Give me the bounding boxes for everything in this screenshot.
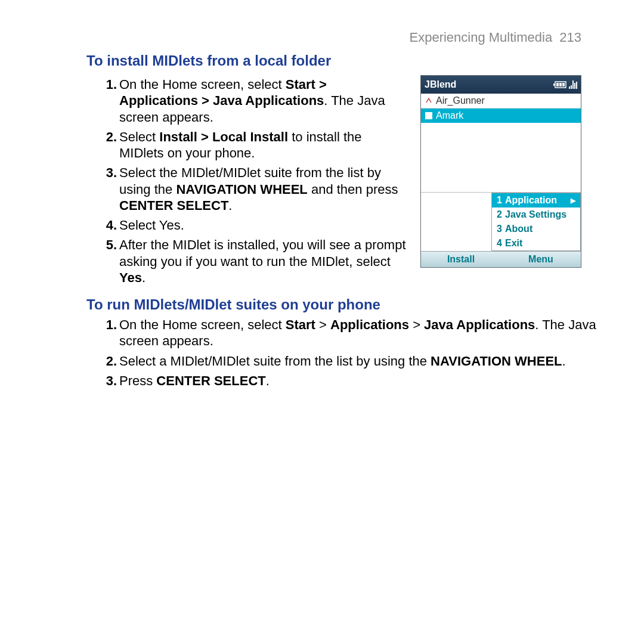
step-item: 5.After the MIDlet is installed, you wil… — [119, 237, 408, 286]
phone-app-list: Air_GunnerAmark — [421, 94, 581, 193]
step-text: Select — [119, 129, 159, 144]
phone-app-row[interactable]: Air_Gunner — [421, 94, 581, 108]
phone-screenshot: JBlend Air_GunnerAmark 1 Application▶2 J… — [420, 75, 581, 268]
java-app-icon — [425, 112, 433, 120]
phone-popup-menu: 1 Application▶2 Java Settings3 About4 Ex… — [491, 193, 581, 251]
step-text: . — [228, 198, 232, 213]
step-number: 3. — [99, 165, 117, 181]
step-text: Yes — [119, 270, 142, 285]
softkey-left[interactable]: Install — [421, 252, 501, 267]
step-text: > — [315, 317, 330, 332]
menu-item-number: 3 — [497, 224, 505, 234]
svg-rect-5 — [572, 80, 574, 84]
svg-rect-4 — [562, 83, 565, 86]
heading-install-local: To install MIDlets from a local folder — [86, 52, 614, 69]
phone-menu-item[interactable]: 1 Application▶ — [492, 193, 580, 208]
softkey-right[interactable]: Menu — [501, 252, 581, 267]
svg-rect-6 — [569, 86, 570, 89]
heading-run-midlets: To run MIDlets/MIDlet suites on your pho… — [86, 296, 614, 313]
svg-rect-2 — [556, 83, 559, 86]
step-text: Start — [286, 317, 315, 332]
phone-app-name: Amark — [436, 110, 463, 121]
step-text: On the Home screen, select — [119, 77, 286, 92]
menu-item-label: Application — [505, 195, 557, 206]
svg-rect-3 — [559, 83, 562, 86]
battery-icon — [553, 81, 566, 88]
step-text: After the MIDlet is installed, you will … — [119, 237, 406, 268]
manual-page: Experiencing Multimedia 213 To install M… — [0, 0, 644, 644]
step-number: 5. — [99, 237, 117, 253]
step-item: 1.On the Home screen, select Start > App… — [119, 76, 408, 125]
step-number: 1. — [99, 317, 117, 333]
step-text: > — [409, 317, 424, 332]
step-text: CENTER SELECT — [119, 198, 228, 213]
menu-item-number: 2 — [497, 209, 505, 220]
phone-titlebar: JBlend — [421, 76, 581, 94]
signal-icon — [569, 80, 577, 89]
step-item: 4.Select Yes. — [119, 217, 408, 233]
phone-menu-item[interactable]: 4 Exit — [492, 236, 580, 250]
menu-item-label: Exit — [505, 238, 522, 249]
step-text: . — [562, 354, 566, 369]
step-item: 2.Select Install > Local Install to inst… — [119, 129, 408, 162]
running-header: Experiencing Multimedia 213 — [86, 30, 614, 45]
step-number: 2. — [99, 353, 117, 369]
step-text: NAVIGATION WHEEL — [176, 182, 307, 197]
step-text: Press — [119, 373, 156, 388]
svg-rect-10 — [576, 82, 577, 89]
phone-app-name: Air_Gunner — [436, 95, 485, 106]
status-icons — [553, 80, 577, 89]
run-steps-list: 1.On the Home screen, select Start > App… — [86, 317, 614, 389]
step-item: 3.Press CENTER SELECT. — [119, 373, 614, 389]
step-number: 2. — [99, 129, 117, 145]
submenu-arrow-icon: ▶ — [571, 197, 575, 205]
step-number: 3. — [99, 373, 117, 389]
phone-app-row[interactable]: Amark — [421, 108, 581, 123]
java-app-icon — [425, 97, 433, 105]
step-text: and then press — [308, 182, 398, 197]
step-number: 4. — [99, 217, 117, 233]
svg-rect-7 — [571, 85, 572, 89]
svg-rect-0 — [553, 83, 555, 86]
step-item: 2.Select a MIDlet/MIDlet suite from the … — [119, 353, 614, 369]
svg-rect-9 — [574, 83, 575, 89]
menu-item-number: 1 — [497, 195, 505, 206]
step-text: Select a MIDlet/MIDlet suite from the li… — [119, 354, 431, 369]
step-text: . — [266, 373, 270, 388]
step-text: Install > Local Install — [159, 129, 288, 144]
menu-item-label: About — [505, 224, 532, 234]
step-item: 3.Select the MIDlet/MIDlet suite from th… — [119, 165, 408, 213]
phone-menu-item[interactable]: 3 About — [492, 222, 580, 236]
step-text: CENTER SELECT — [156, 373, 265, 388]
install-steps-list: 1.On the Home screen, select Start > App… — [86, 76, 408, 286]
step-text: On the Home screen, select — [119, 317, 286, 332]
step-item: 1.On the Home screen, select Start > App… — [119, 317, 614, 349]
phone-app-title: JBlend — [425, 79, 456, 90]
step-text: Applications — [330, 317, 409, 332]
phone-softkey-bar: Install Menu — [421, 251, 581, 267]
step-text: NAVIGATION WHEEL — [431, 354, 562, 369]
step-text: . — [142, 270, 145, 285]
step-text: Select Yes. — [119, 218, 184, 233]
step-number: 1. — [99, 76, 117, 92]
phone-menu-item[interactable]: 2 Java Settings — [492, 208, 580, 222]
page-number: 213 — [559, 30, 581, 45]
menu-item-label: Java Settings — [505, 209, 566, 220]
section-name: Experiencing Multimedia — [409, 30, 552, 45]
menu-item-number: 4 — [497, 238, 505, 249]
svg-rect-8 — [572, 84, 574, 89]
step-text: Java Applications — [424, 317, 535, 332]
